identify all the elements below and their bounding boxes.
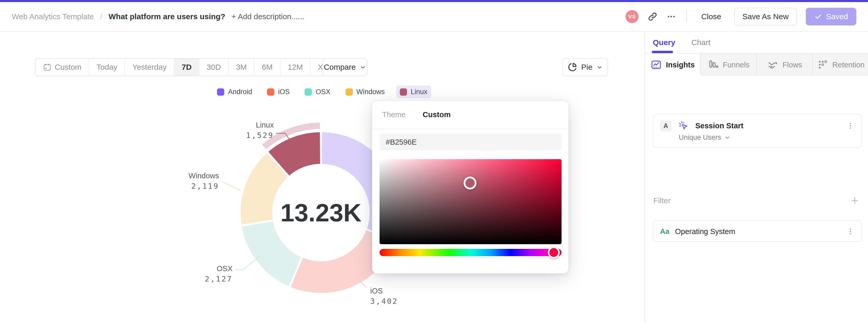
range-today[interactable]: Today bbox=[89, 59, 125, 76]
view-tab-retention[interactable]: Retention bbox=[812, 54, 868, 76]
filter-section-header: Filter bbox=[653, 196, 860, 205]
add-filter-icon[interactable] bbox=[850, 196, 860, 205]
slice-label-value: 2,119 bbox=[191, 182, 219, 191]
tab-query[interactable]: Query bbox=[653, 38, 675, 47]
chevron-down-icon bbox=[596, 64, 603, 71]
sidebar-tabs: Query Chart bbox=[653, 32, 710, 54]
slice-label-value: 1,529 bbox=[246, 131, 274, 140]
saturation-value-area[interactable] bbox=[379, 159, 562, 244]
legend-label: OSX bbox=[315, 88, 330, 96]
range-label: Today bbox=[96, 63, 117, 71]
share-link-icon[interactable] bbox=[647, 11, 658, 22]
breakdown-card[interactable]: Aa Operating System bbox=[653, 220, 862, 242]
hue-slider[interactable] bbox=[379, 249, 562, 256]
metric-row: A Session Start bbox=[653, 114, 861, 132]
range-custom[interactable]: Custom bbox=[35, 59, 89, 76]
close-button[interactable]: Close bbox=[697, 8, 725, 25]
page-title[interactable]: What platform are users using? bbox=[108, 12, 225, 21]
view-tab-funnels[interactable]: Funnels bbox=[701, 54, 756, 76]
view-tab-label: Flows bbox=[782, 61, 802, 69]
top-accent-bar bbox=[0, 0, 868, 2]
kebab-menu-icon[interactable] bbox=[846, 122, 855, 130]
view-tab-label: Insights bbox=[666, 61, 694, 69]
add-description-button[interactable]: + Add description...... bbox=[231, 12, 304, 21]
range-label: Yesterday bbox=[132, 63, 166, 71]
legend-swatch bbox=[267, 88, 274, 96]
metric-label: Session Start bbox=[695, 122, 840, 130]
header-actions: VS Close Save As New Saved bbox=[626, 2, 856, 31]
legend-label: Linux bbox=[411, 88, 428, 96]
aggregation-label: Unique Users bbox=[679, 133, 721, 141]
range-label: Custom bbox=[55, 63, 82, 71]
avatar[interactable]: VS bbox=[626, 10, 639, 23]
active-tab-underline bbox=[652, 51, 673, 53]
filter-heading: Filter bbox=[653, 196, 671, 205]
color-picker-tabs: Theme Custom bbox=[382, 110, 451, 119]
header: Web Analytics Template / What platform a… bbox=[0, 2, 868, 32]
save-as-new-button[interactable]: Save As New bbox=[734, 8, 797, 25]
chart-legend: AndroidiOSOSXWindowsLinux bbox=[0, 86, 645, 98]
legend-item-osx[interactable]: OSX bbox=[301, 86, 334, 98]
view-tab-flows[interactable]: Flows bbox=[756, 54, 812, 76]
hue-slider-handle[interactable] bbox=[548, 247, 560, 258]
session-start-icon bbox=[677, 120, 690, 132]
chart-type-button[interactable]: Pie bbox=[562, 58, 608, 76]
range-yesterday[interactable]: Yesterday bbox=[125, 59, 174, 76]
chevron-down-icon bbox=[724, 134, 731, 141]
breadcrumb-separator: / bbox=[100, 12, 102, 21]
funnels-icon bbox=[707, 59, 719, 71]
calendar-icon bbox=[43, 63, 52, 71]
legend-item-linux[interactable]: Linux bbox=[396, 86, 431, 98]
breadcrumb: Web Analytics Template / What platform a… bbox=[12, 2, 304, 31]
metric-card[interactable]: A Session Start Unique Users bbox=[653, 114, 862, 148]
view-tab-insights[interactable]: Insights bbox=[645, 54, 700, 76]
color-picker-popup: Theme Custom bbox=[372, 101, 568, 273]
slice-label-value: 3,402 bbox=[370, 297, 398, 305]
chevron-down-icon bbox=[359, 64, 366, 71]
kebab-menu-icon[interactable] bbox=[846, 227, 855, 236]
saved-button[interactable]: Saved bbox=[806, 8, 856, 25]
range-label: 7D bbox=[182, 63, 192, 71]
legend-item-ios[interactable]: iOS bbox=[264, 86, 293, 98]
analysis-view-tabs: InsightsFunnelsFlowsRetention bbox=[645, 53, 868, 76]
legend-label: Windows bbox=[356, 88, 385, 96]
saved-button-label: Saved bbox=[826, 12, 848, 21]
flows-icon bbox=[767, 59, 779, 71]
range-label: 6M bbox=[262, 63, 273, 71]
tab-theme[interactable]: Theme bbox=[382, 110, 405, 119]
legend-swatch bbox=[400, 88, 407, 96]
legend-swatch bbox=[346, 88, 353, 96]
view-tab-label: Funnels bbox=[723, 61, 749, 69]
range-7d[interactable]: 7D bbox=[175, 59, 199, 76]
date-range-picker: CustomTodayYesterday7D30D3M6M12MXTD bbox=[35, 58, 351, 76]
legend-swatch bbox=[305, 88, 312, 96]
slice-label-value: 2,127 bbox=[205, 274, 232, 283]
pie-slice-osx[interactable] bbox=[241, 221, 302, 287]
compare-button[interactable]: Compare bbox=[323, 58, 367, 76]
range-30d[interactable]: 30D bbox=[199, 59, 229, 76]
header-divider bbox=[686, 11, 687, 23]
hex-color-input[interactable] bbox=[379, 134, 562, 150]
breadcrumb-root[interactable]: Web Analytics Template bbox=[12, 12, 94, 21]
breakdown-label: Operating System bbox=[675, 227, 840, 236]
inactive-view-tabs: FunnelsFlowsRetention bbox=[700, 54, 868, 76]
tab-custom[interactable]: Custom bbox=[423, 110, 451, 119]
range-label: 3M bbox=[236, 63, 247, 71]
range-12m[interactable]: 12M bbox=[281, 59, 311, 76]
legend-item-android[interactable]: Android bbox=[213, 86, 256, 98]
retention-icon bbox=[817, 59, 829, 71]
slice-label-name: OSX bbox=[217, 264, 232, 273]
more-options-icon[interactable] bbox=[666, 12, 676, 21]
saturation-value-handle[interactable] bbox=[464, 176, 476, 190]
tab-chart[interactable]: Chart bbox=[691, 38, 710, 47]
range-6m[interactable]: 6M bbox=[255, 59, 281, 76]
legend-label: Android bbox=[228, 88, 252, 96]
view-tab-label: Retention bbox=[833, 61, 865, 69]
aggregation-dropdown[interactable]: Unique Users bbox=[653, 133, 861, 141]
range-3m[interactable]: 3M bbox=[229, 59, 255, 76]
donut-total-label: 13.23K bbox=[281, 199, 362, 227]
legend-swatch bbox=[217, 88, 224, 96]
range-label: 30D bbox=[207, 63, 221, 71]
query-sidebar: Query Chart InsightsFunnelsFlowsRetentio… bbox=[645, 32, 868, 323]
legend-item-windows[interactable]: Windows bbox=[342, 86, 389, 98]
